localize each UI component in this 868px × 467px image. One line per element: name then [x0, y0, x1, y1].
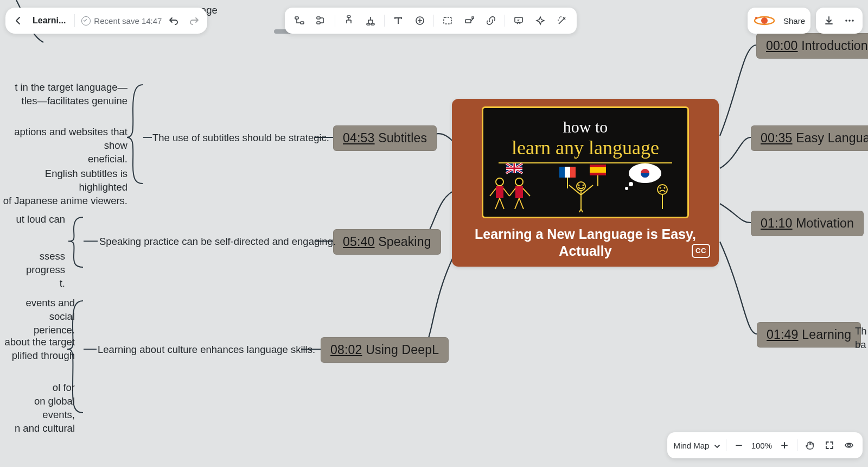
dots-icon: [844, 15, 855, 26]
back-button[interactable]: [10, 12, 27, 29]
hand-icon: [805, 440, 815, 450]
present-button[interactable]: [508, 11, 529, 30]
separator: [505, 15, 505, 27]
separator: [335, 15, 335, 27]
node-learning[interactable]: 01:49 Learning: [757, 322, 861, 348]
node-using-deepl[interactable]: 08:02 Using DeepL: [321, 337, 449, 363]
download-icon: [824, 15, 834, 26]
boundary-button[interactable]: [437, 11, 458, 30]
center-title: Learning a New Language is Easy, Actuall…: [459, 226, 711, 260]
more-button[interactable]: [844, 15, 855, 26]
relationship-button[interactable]: [339, 11, 359, 30]
share-button[interactable]: Share: [783, 16, 805, 26]
svg-point-16: [625, 187, 628, 190]
document-name[interactable]: Learni...: [33, 16, 66, 26]
add-child-button[interactable]: [289, 11, 310, 30]
svg-point-3: [515, 178, 523, 186]
node-motivation[interactable]: 01:10 Motivation: [751, 211, 864, 236]
plus-icon: [781, 441, 788, 449]
callout-icon: [464, 15, 475, 26]
detail-text: t in the target language—tles—facilitate…: [0, 81, 127, 108]
zoom-in-button[interactable]: [777, 438, 792, 452]
chevron-left-icon: [14, 16, 23, 25]
relationship-icon: [343, 15, 354, 26]
undo-icon: [169, 16, 178, 26]
svg-rect-10: [590, 167, 606, 173]
text-button[interactable]: [388, 11, 409, 30]
redo-icon: [189, 16, 199, 26]
download-button[interactable]: [824, 15, 834, 26]
detail-text: ol foron global events,n and cultural: [0, 381, 75, 436]
summary-button[interactable]: [360, 11, 381, 30]
separator: [384, 15, 385, 27]
detail-text: ssess progresst.: [0, 250, 65, 291]
redo-button[interactable]: [186, 12, 203, 29]
boundary-icon: [442, 15, 453, 26]
separator: [74, 14, 75, 27]
mindmap-center-node[interactable]: how to learn any language: [452, 99, 719, 267]
node-label: Using DeepL: [366, 343, 439, 357]
separator: [797, 439, 797, 451]
svg-rect-21: [317, 22, 320, 24]
detail-text: aptions and websites that showeneficial.: [0, 125, 127, 166]
save-status: Recent save 14:47: [81, 16, 162, 26]
svg-rect-24: [371, 23, 374, 25]
zoom-level[interactable]: 100%: [751, 441, 772, 450]
fit-screen-button[interactable]: [822, 438, 837, 452]
node-introduction[interactable]: 00:00 Introduction: [756, 33, 868, 59]
summary-speaking[interactable]: Speaking practice can be self-directed a…: [99, 236, 336, 248]
svg-point-17: [658, 185, 667, 194]
node-label: Learning: [802, 327, 851, 342]
header-pill: Learni... Recent save 14:47: [5, 8, 207, 34]
check-circle-icon: [81, 16, 91, 26]
fullscreen-icon: [825, 440, 834, 450]
callout-button[interactable]: [459, 11, 480, 30]
node-label: Speaking: [378, 235, 431, 249]
summary-deepl[interactable]: Learning about culture enhances language…: [98, 344, 315, 356]
svg-rect-2: [496, 186, 503, 198]
focus-button[interactable]: [842, 438, 856, 452]
svg-point-1: [496, 178, 503, 186]
add-sibling-button[interactable]: [311, 11, 331, 30]
svg-point-31: [761, 17, 768, 24]
sibling-node-icon: [316, 15, 327, 26]
svg-point-36: [848, 444, 851, 447]
svg-rect-4: [515, 186, 523, 198]
summary-subtitles[interactable]: The use of subtitles should be strategic…: [152, 132, 329, 144]
view-mode-button[interactable]: Mind Map: [674, 441, 720, 450]
node-label: Introduction: [801, 39, 868, 53]
node-speaking[interactable]: 05:40 Speaking: [333, 229, 441, 255]
node-subtitles[interactable]: 04:53 Subtitles: [333, 125, 437, 151]
eye-icon: [844, 440, 854, 450]
chevron-down-icon: [714, 443, 720, 450]
node-timestamp: 01:49: [767, 327, 799, 342]
link-button[interactable]: [481, 11, 501, 30]
hand-tool-button[interactable]: [803, 438, 817, 452]
svg-rect-26: [444, 17, 451, 24]
brand-logo-icon: [753, 15, 776, 27]
svg-rect-22: [347, 16, 350, 17]
detail-text: English subtitles is highlightedof Japan…: [0, 167, 127, 208]
node-timestamp: 00:35: [761, 131, 793, 145]
save-status-label: Recent save 14:47: [94, 16, 162, 26]
svg-point-34: [848, 20, 851, 22]
svg-rect-6: [565, 167, 570, 178]
svg-rect-7: [570, 167, 576, 178]
insert-button[interactable]: [410, 11, 430, 30]
summary-icon: [365, 15, 376, 26]
svg-point-12: [577, 182, 585, 191]
ai-button[interactable]: [530, 11, 551, 30]
node-easy-languages[interactable]: 00:35 Easy Languages: [751, 125, 868, 151]
magic-button[interactable]: [552, 11, 572, 30]
svg-rect-23: [367, 23, 370, 25]
node-timestamp: 05:40: [343, 235, 375, 249]
node-timestamp: 00:00: [766, 39, 798, 53]
zoom-out-button[interactable]: [732, 438, 746, 452]
svg-rect-28: [472, 17, 474, 18]
detail-text: about the targetplified through: [0, 336, 75, 363]
undo-button[interactable]: [165, 12, 182, 29]
plus-circle-icon: [414, 15, 425, 26]
node-timestamp: 04:53: [343, 131, 375, 145]
view-mode-label: Mind Map: [674, 441, 710, 450]
center-thumbnail: how to learn any language: [482, 106, 689, 218]
